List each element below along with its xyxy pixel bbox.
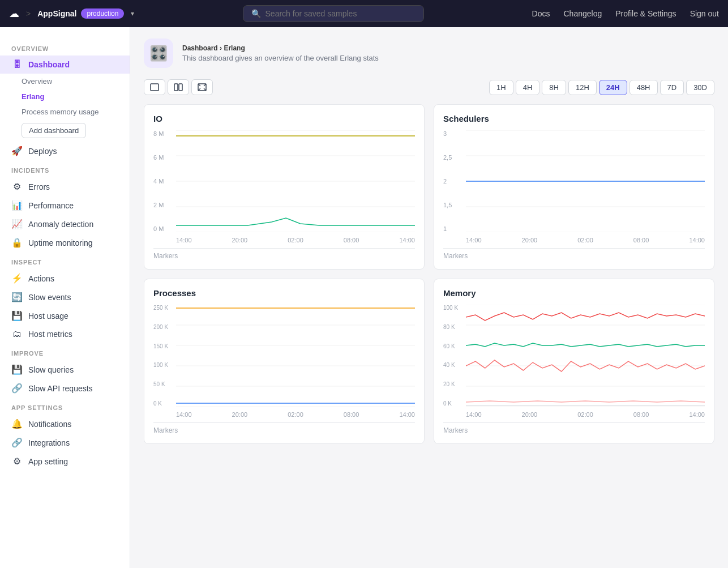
time-btn-48h[interactable]: 48H: [629, 80, 658, 95]
search-area: 🔍: [139, 5, 527, 22]
sidebar-item-dashboard[interactable]: 🎛 Dashboard: [0, 55, 130, 74]
sidebar-item-slow-api-label: Slow API requests: [28, 384, 93, 393]
integrations-icon: 🔗: [11, 437, 23, 448]
sidebar-subitem-process-memory[interactable]: Process memory usage: [0, 104, 130, 119]
app-setting-icon: ⚙: [11, 456, 23, 467]
svg-rect-1: [174, 84, 178, 91]
breadcrumb: Dashboard › Erlang: [182, 44, 379, 52]
inspect-section-label: INSPECT: [0, 252, 130, 269]
search-input[interactable]: [265, 9, 416, 18]
sidebar-item-host-usage[interactable]: 💾 Host usage: [0, 306, 130, 325]
sidebar-item-slow-events[interactable]: 🔄 Slow events: [0, 288, 130, 306]
io-y-axis: 8 M 6 M 4 M 2 M 0 M: [153, 130, 174, 232]
sidebar-item-notifications-label: Notifications: [28, 420, 71, 429]
time-btn-1h[interactable]: 1H: [489, 80, 513, 95]
time-btn-8h[interactable]: 8H: [542, 80, 566, 95]
dashboard-icon: 🎛: [11, 59, 23, 70]
sidebar-item-host-metrics[interactable]: 🗂 Host metrics: [0, 325, 130, 343]
page-subtitle: This dashboard gives an overview of the …: [182, 54, 379, 62]
breadcrumb-sep: >: [26, 9, 31, 18]
incidents-section-label: INCIDENTS: [0, 160, 130, 177]
page-icon: 🎛️: [144, 39, 173, 68]
memory-x-axis: 14:00 20:00 02:00 08:00 14:00: [466, 411, 705, 418]
sidebar-item-app-setting-label: App setting: [28, 457, 68, 466]
io-chart-inner: [176, 130, 415, 232]
schedulers-x-axis: 14:00 20:00 02:00 08:00 14:00: [466, 237, 705, 244]
sidebar-item-slow-queries-label: Slow queries: [28, 365, 74, 374]
improve-section-label: IMPROVE: [0, 343, 130, 360]
sign-out-link[interactable]: Sign out: [690, 9, 719, 18]
charts-grid: IO 8 M 6 M 4 M 2 M 0 M: [144, 104, 714, 444]
schedulers-chart-title: Schedulers: [443, 114, 705, 123]
processes-x-axis: 14:00 20:00 02:00 08:00 14:00: [176, 411, 415, 418]
search-box[interactable]: 🔍: [243, 5, 424, 22]
processes-y-axis: 250 K 200 K 150 K 100 K 50 K 0 K: [153, 305, 174, 407]
time-btn-30d[interactable]: 30D: [686, 80, 714, 95]
changelog-link[interactable]: Changelog: [564, 9, 602, 18]
sidebar-item-anomaly[interactable]: 📈 Anomaly detection: [0, 215, 130, 233]
memory-y-axis: 100 K 80 K 60 K 40 K 20 K 0 K: [443, 305, 464, 407]
add-dashboard-button[interactable]: Add dashboard: [22, 123, 86, 138]
processes-chart-inner: [176, 305, 415, 407]
env-badge[interactable]: production: [81, 8, 124, 19]
profile-settings-link[interactable]: Profile & Settings: [615, 9, 676, 18]
schedulers-chart-inner: [466, 130, 705, 232]
memory-chart-area: 100 K 80 K 60 K 40 K 20 K 0 K: [443, 305, 705, 418]
app-settings-section-label: APP SETTINGS: [0, 398, 130, 415]
app-name: AppSignal: [37, 9, 76, 18]
topnav: ☁ > AppSignal production ▾ 🔍 Docs Change…: [0, 0, 728, 27]
sidebar-item-host-metrics-label: Host metrics: [28, 330, 72, 339]
memory-chart-markers: Markers: [443, 422, 705, 434]
sidebar-item-performance[interactable]: 📊 Performance: [0, 196, 130, 215]
performance-icon: 📊: [11, 200, 23, 211]
io-chart-svg: [176, 130, 415, 232]
docs-link[interactable]: Docs: [532, 9, 550, 18]
time-btn-12h[interactable]: 12H: [568, 80, 597, 95]
anomaly-icon: 📈: [11, 219, 23, 229]
time-btn-24h[interactable]: 24H: [599, 80, 627, 95]
schedulers-chart-card: Schedulers 3 2,5 2 1,5 1: [434, 104, 714, 270]
double-col-button[interactable]: [168, 79, 189, 95]
sidebar-item-app-setting[interactable]: ⚙ App setting: [0, 452, 130, 471]
sidebar-item-notifications[interactable]: 🔔 Notifications: [0, 415, 130, 433]
sidebar-item-actions[interactable]: ⚡ Actions: [0, 269, 130, 288]
io-chart-area: 8 M 6 M 4 M 2 M 0 M: [153, 130, 415, 244]
deploys-icon: 🚀: [11, 146, 23, 156]
sidebar-item-actions-label: Actions: [28, 274, 54, 283]
processes-chart-title: Processes: [153, 288, 415, 298]
time-btn-4h[interactable]: 4H: [516, 80, 540, 95]
sidebar-subitem-erlang[interactable]: Erlang: [0, 89, 130, 104]
schedulers-chart-svg: [466, 130, 705, 232]
time-btn-7d[interactable]: 7D: [660, 80, 684, 95]
host-usage-icon: 💾: [11, 310, 23, 321]
logo-icon: ☁: [9, 7, 19, 20]
sidebar-item-deploys-label: Deploys: [28, 147, 57, 156]
single-col-button[interactable]: [144, 79, 165, 95]
memory-chart-card: Memory 100 K 80 K 60 K 40 K 20 K 0 K: [434, 279, 714, 444]
host-metrics-icon: 🗂: [11, 329, 23, 339]
page-header: 🎛️ Dashboard › Erlang This dashboard giv…: [144, 39, 714, 68]
sidebar-item-uptime[interactable]: 🔒 Uptime monitoring: [0, 233, 130, 252]
slow-api-icon: 🔗: [11, 383, 23, 394]
sidebar-item-integrations-label: Integrations: [28, 438, 70, 447]
sidebar-item-slow-api[interactable]: 🔗 Slow API requests: [0, 379, 130, 398]
sidebar-item-integrations[interactable]: 🔗 Integrations: [0, 433, 130, 452]
processes-chart-area: 250 K 200 K 150 K 100 K 50 K 0 K: [153, 305, 415, 418]
io-chart-markers: Markers: [153, 248, 415, 260]
io-chart-title: IO: [153, 114, 415, 123]
chevron-down-icon: ▾: [131, 10, 134, 18]
sidebar-subitem-overview[interactable]: Overview: [0, 74, 130, 89]
expand-button[interactable]: [191, 79, 213, 95]
processes-chart-markers: Markers: [153, 422, 415, 434]
sidebar-item-slow-queries[interactable]: 💾 Slow queries: [0, 360, 130, 379]
sidebar-item-errors[interactable]: ⚙ Errors: [0, 177, 130, 196]
sidebar-item-deploys[interactable]: 🚀 Deploys: [0, 142, 130, 160]
svg-rect-0: [151, 84, 159, 91]
overview-section-label: OVERVIEW: [0, 39, 130, 55]
toolbar: 1H 4H 8H 12H 24H 48H 7D 30D: [144, 79, 714, 95]
slow-queries-icon: 💾: [11, 364, 23, 375]
breadcrumb-parent: Dashboard: [182, 44, 218, 52]
io-x-axis: 14:00 20:00 02:00 08:00 14:00: [176, 237, 415, 244]
layout-buttons: [144, 79, 213, 95]
sidebar-item-errors-label: Errors: [28, 182, 50, 191]
